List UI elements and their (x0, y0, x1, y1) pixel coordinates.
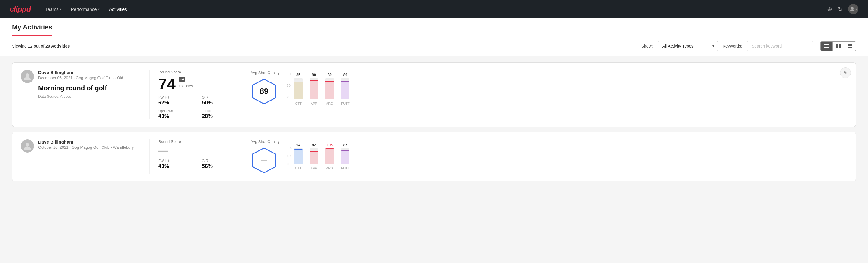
activity-type-select[interactable]: All Activity Types (658, 41, 718, 51)
avg-shot-section: Avg Shot Quality — (251, 139, 280, 174)
svg-rect-7 (839, 46, 841, 49)
bar-chart: 94 OTT 82 (294, 150, 350, 170)
svg-rect-9 (847, 46, 852, 46)
svg-rect-8 (847, 44, 852, 45)
svg-point-0 (851, 7, 854, 9)
stat-gir: GIR 50% (202, 95, 237, 106)
svg-point-11 (26, 74, 29, 77)
svg-rect-2 (824, 46, 829, 46)
avg-shot-quality-value: — (261, 157, 267, 164)
svg-rect-6 (836, 46, 838, 49)
hexagon: — (251, 147, 278, 174)
avg-shot-quality-label: Avg Shot Quality (251, 70, 280, 75)
card-left-section: Dave Billingham October 16, 2021 · Gog M… (21, 139, 147, 152)
svg-rect-10 (847, 47, 852, 48)
hexagon-wrapper: 89 (251, 78, 278, 105)
round-score-label: Round Score (158, 139, 237, 144)
data-source: Data Source: Arccos (38, 94, 147, 99)
holes-label: 18 Holes (179, 84, 193, 88)
view-toggle (820, 41, 856, 51)
hexagon-wrapper: — (251, 147, 278, 174)
stat-updown: Up/Down 43% (158, 109, 193, 119)
user-info: Dave Billingham December 05, 2021 · Gog … (38, 70, 147, 99)
performance-chevron-icon: ▾ (98, 7, 99, 11)
stat-pairs: FW Hit 62% GIR 50% Up/Down 43% 1 Putt 28… (158, 95, 237, 119)
round-score-label: Round Score (158, 70, 237, 74)
round-score-value: — (158, 146, 168, 155)
viewing-count-text: Viewing 12 out of 29 Activities (12, 43, 637, 49)
page-title: My Activities (12, 24, 52, 36)
stat-fw-hit: FW Hit 43% (158, 159, 193, 169)
nav-activities[interactable]: Activities (109, 1, 127, 18)
bar-app: 90 APP (310, 73, 318, 105)
bar-app: 82 APP (310, 143, 318, 170)
user-name: Dave Billingham (38, 139, 147, 144)
user-date: December 05, 2021 · Gog Magog Golf Club … (38, 76, 147, 80)
divider (239, 70, 239, 119)
view-list-detailed-button[interactable] (844, 41, 856, 51)
activity-card: Dave Billingham December 05, 2021 · Gog … (12, 62, 856, 127)
activity-title: Morning round of golf (38, 84, 147, 92)
user-name: Dave Billingham (38, 70, 147, 75)
add-icon[interactable]: ⊕ (827, 5, 832, 12)
bar-ott: 94 OTT (294, 143, 303, 170)
activity-type-select-wrapper[interactable]: All Activity Types (658, 41, 718, 51)
stat-gir: GIR 56% (202, 159, 237, 169)
card-stats-section: Round Score — FW Hit 43% GIR 56% (152, 139, 237, 169)
score-badge: +4 (179, 77, 186, 82)
nav-performance[interactable]: Performance ▾ (71, 1, 99, 18)
search-input[interactable] (747, 41, 813, 51)
bar-chart-area: 100 50 0 94 OTT (287, 144, 410, 170)
hexagon: 89 (251, 78, 278, 105)
refresh-icon[interactable]: ↻ (838, 5, 843, 12)
edit-button[interactable]: ✎ (840, 67, 851, 78)
avg-shot-section: Avg Shot Quality 89 (251, 70, 280, 105)
round-score-row: 74 +4 18 Holes (158, 76, 237, 92)
bar-putt: 89 PUTT (341, 73, 350, 105)
bar-chart-area: 100 50 0 85 (287, 70, 410, 105)
user-date: October 16, 2021 · Gog Magog Golf Club -… (38, 145, 147, 150)
divider (239, 139, 239, 174)
page-header: My Activities (0, 18, 868, 36)
svg-rect-1 (824, 44, 829, 45)
avatar (21, 70, 34, 83)
stat-fw-hit: FW Hit 62% (158, 95, 193, 106)
view-list-condensed-button[interactable] (821, 41, 833, 51)
stat-pairs: FW Hit 43% GIR 56% (158, 159, 237, 169)
bar-chart: 85 OTT 90 (294, 79, 350, 105)
bar-arg: 89 ARG (326, 73, 334, 105)
navbar: clippd Teams ▾ Performance ▾ Activities … (0, 0, 868, 18)
user-info: Dave Billingham October 16, 2021 · Gog M… (38, 139, 147, 150)
svg-rect-5 (839, 43, 841, 46)
svg-rect-4 (836, 43, 838, 46)
svg-point-13 (26, 143, 29, 147)
navbar-right: ⊕ ↻ ▾ (827, 4, 858, 14)
teams-chevron-icon: ▾ (60, 7, 61, 11)
bar-arg: 106 ARG (326, 143, 334, 170)
show-label: Show: (641, 43, 653, 49)
view-grid-button[interactable] (833, 41, 844, 51)
bar-ott: 85 OTT (294, 73, 303, 105)
user-avatar[interactable]: ▾ (848, 4, 858, 14)
main-content: Dave Billingham December 05, 2021 · Gog … (0, 56, 868, 187)
card-quality-section: Avg Shot Quality — 100 50 0 (242, 139, 410, 174)
svg-rect-3 (824, 47, 829, 48)
keywords-label: Keywords: (723, 43, 742, 49)
card-stats-section: Round Score 74 +4 18 Holes FW Hit 62% GI… (152, 70, 237, 119)
avg-shot-quality-label: Avg Shot Quality (251, 139, 280, 144)
nav-teams[interactable]: Teams ▾ (45, 1, 61, 18)
round-score-row: — (158, 146, 237, 155)
divider (150, 70, 150, 119)
card-quality-section: Avg Shot Quality 89 100 50 (242, 70, 410, 105)
card-left-section: Dave Billingham December 05, 2021 · Gog … (21, 70, 147, 99)
divider (150, 139, 150, 174)
app-logo[interactable]: clippd (10, 4, 31, 14)
activity-card: Dave Billingham October 16, 2021 · Gog M… (12, 132, 856, 181)
avatar (21, 139, 34, 152)
round-score-value: 74 (158, 76, 176, 92)
bar-putt: 87 PUTT (341, 143, 350, 170)
filter-bar: Viewing 12 out of 29 Activities Show: Al… (0, 36, 868, 56)
stat-1putt: 1 Putt 28% (202, 109, 237, 119)
avg-shot-quality-value: 89 (260, 87, 269, 96)
